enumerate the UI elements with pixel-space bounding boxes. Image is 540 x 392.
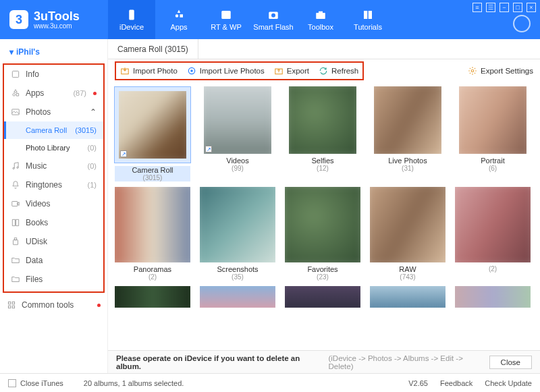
album-name: RAW (370, 265, 446, 273)
nav-smartflash[interactable]: Smart Flash (250, 0, 297, 39)
album-item[interactable]: (2) (455, 187, 531, 281)
tab-camera-roll[interactable]: Camera Roll (3015) (108, 39, 198, 59)
sb-label: Apps (26, 88, 68, 98)
album-thumb (459, 86, 526, 154)
nav-tutorials[interactable]: Tutorials (344, 0, 392, 39)
svg-rect-5 (319, 11, 323, 13)
svg-point-3 (271, 13, 275, 17)
grid-icon (7, 300, 16, 310)
toolbar-highlight-box: Import Photo Import Live Photos Export R… (115, 61, 364, 80)
shortcut-badge-icon: ↗ (120, 150, 127, 157)
album-item[interactable]: Live Photos(31) (370, 86, 446, 181)
notice-text: Please operate on iDevice if you want to… (116, 354, 325, 370)
folder-icon (11, 275, 20, 284)
svg-point-21 (471, 69, 474, 72)
nav-label: Smart Flash (253, 23, 293, 31)
minimize-button[interactable]: − (500, 3, 509, 12)
svg-rect-11 (14, 240, 18, 245)
win-btn-2[interactable]: ☰ (486, 3, 495, 12)
sidebar-item-photos[interactable]: Photos ⌃ (4, 103, 103, 121)
album-item[interactable]: Favorites(23) (285, 187, 360, 281)
sidebar-item-videos[interactable]: Videos (4, 194, 103, 213)
app-header: 3 3uTools www.3u.com iDevice Apps RT & W… (0, 0, 540, 39)
nav-label: iDevice (119, 23, 144, 31)
maximize-button[interactable]: □ (513, 3, 522, 12)
album-thumb[interactable] (285, 286, 360, 308)
sb-count: (0) (88, 162, 97, 170)
notice-bar: Please operate on iDevice if you want to… (108, 350, 540, 373)
window-controls: ≡ ☰ − □ × (473, 3, 536, 12)
album-thumb[interactable] (455, 286, 531, 308)
album-item[interactable]: RAW(743) (370, 187, 446, 281)
album-name: Favorites (285, 265, 360, 273)
export-settings-button[interactable]: Export Settings (468, 66, 533, 76)
close-itunes-checkbox[interactable] (8, 379, 16, 387)
sb-sub-label: Camera Roll (26, 126, 67, 134)
notice-close-button[interactable]: Close (489, 356, 532, 369)
sidebar-item-ringtones[interactable]: Ringtones (1) (4, 175, 103, 194)
bell-icon (11, 180, 20, 190)
sb-label: Data (26, 256, 97, 265)
usb-icon (11, 237, 20, 246)
refresh-icon (319, 66, 328, 76)
album-item[interactable]: Panoramas(2) (115, 187, 190, 281)
album-item[interactable]: Selfies(12) (285, 86, 360, 181)
win-btn-1[interactable]: ≡ (473, 3, 482, 12)
top-nav: iDevice Apps RT & WP Smart Flash Toolbox… (108, 0, 392, 39)
folder-icon (11, 256, 20, 265)
import-photo-button[interactable]: Import Photo (120, 66, 178, 76)
svg-rect-14 (12, 302, 15, 304)
sidebar-item-info[interactable]: Info (4, 65, 103, 84)
export-button[interactable]: Export (274, 66, 309, 76)
album-thumb (200, 187, 275, 262)
close-itunes-label: Close iTunes (20, 379, 63, 387)
nav-toolbox[interactable]: Toolbox (297, 0, 344, 39)
import-live-button[interactable]: Import Live Photos (187, 66, 265, 76)
sidebar-item-common-tools[interactable]: Common tools (0, 296, 107, 314)
device-owner[interactable]: ▾iPhil's (0, 43, 107, 63)
svg-rect-6 (12, 71, 18, 77)
album-item[interactable]: ↗Camera Roll(3015) (115, 86, 190, 181)
feedback-link[interactable]: Feedback (440, 379, 473, 387)
refresh-button[interactable]: Refresh (319, 66, 358, 76)
album-item[interactable]: Screenshots(35) (200, 187, 275, 281)
svg-point-9 (17, 167, 18, 168)
sidebar-item-udisk[interactable]: UDisk (4, 232, 103, 251)
album-count: (31) (370, 165, 446, 172)
sidebar-item-music[interactable]: Music (0) (4, 157, 103, 175)
svg-rect-0 (129, 9, 134, 20)
nav-apps[interactable]: Apps (155, 0, 202, 39)
sidebar-item-books[interactable]: Books (4, 213, 103, 232)
video-icon (11, 199, 20, 208)
nav-label: Toolbox (308, 23, 333, 31)
albums-grid: ↗Camera Roll(3015)↗Videos(99)Selfies(12)… (108, 82, 540, 350)
status-bar: Close iTunes 20 albums, 1 albums selecte… (0, 373, 540, 392)
album-item[interactable]: ↗Videos(99) (200, 86, 275, 181)
sidebar-item-files[interactable]: Files (4, 270, 103, 289)
album-thumb[interactable] (200, 286, 275, 308)
album-name: Panoramas (115, 265, 190, 273)
download-button[interactable] (513, 15, 531, 32)
sb-count: (0) (88, 144, 97, 152)
album-thumb[interactable] (370, 286, 446, 308)
album-item[interactable]: Portrait(6) (455, 86, 531, 181)
album-thumb[interactable] (115, 286, 190, 308)
album-thumb (285, 187, 360, 262)
nav-idevice[interactable]: iDevice (108, 0, 155, 39)
sb-sub-label: Photo Library (26, 144, 70, 152)
sidebar-sub-photo-library[interactable]: Photo Library (0) (4, 139, 103, 157)
nav-rtwp[interactable]: RT & WP (202, 0, 250, 39)
logo-badge: 3 (9, 10, 28, 29)
live-icon (187, 66, 196, 76)
check-update-link[interactable]: Check Update (485, 379, 532, 387)
sidebar-item-data[interactable]: Data (4, 251, 103, 270)
sidebar-sub-camera-roll[interactable]: Camera Roll (3015) (4, 121, 103, 139)
sidebar-item-apps[interactable]: Apps (87) (4, 84, 103, 103)
album-count: (99) (200, 165, 275, 172)
album-count: (12) (285, 165, 360, 172)
close-button[interactable]: × (526, 3, 536, 12)
album-count: (23) (285, 273, 360, 281)
svg-rect-16 (12, 306, 15, 308)
info-icon (11, 69, 20, 79)
album-name: Portrait (455, 157, 531, 165)
